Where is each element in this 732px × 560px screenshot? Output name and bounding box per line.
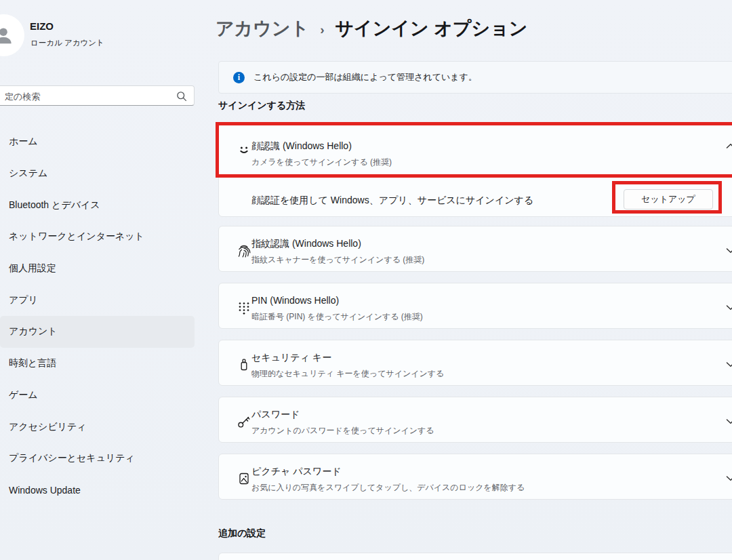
sidebar-item-label: 個人用設定 — [9, 262, 56, 275]
search-input[interactable] — [3, 86, 162, 106]
card-title: ピクチャ パスワード — [251, 466, 342, 478]
card-subtitle: カメラを使ってサインインする (推奨) — [251, 157, 392, 168]
breadcrumb-accounts[interactable]: アカウント — [216, 16, 309, 41]
sidebar-item-label: Windows Update — [9, 485, 81, 496]
section-sign-in-methods: サインインする方法 — [218, 100, 305, 112]
banner-text: これらの設定の一部は組織によって管理されています。 — [253, 71, 477, 83]
security-key-icon — [237, 357, 251, 372]
chevron-up-icon[interactable] — [726, 143, 732, 149]
card-title: セキュリティ キー — [251, 352, 331, 364]
security-key-card[interactable]: セキュリティ キー 物理的なセキュリティ キーを使ってサインインする — [218, 340, 732, 386]
setup-button[interactable]: セットアップ — [624, 189, 713, 209]
sidebar-item-label: プライバシーとセキュリティ — [9, 452, 135, 464]
sidebar-item-label: ゲーム — [9, 389, 38, 401]
sidebar-item-personalization[interactable]: 個人用設定 — [0, 253, 195, 285]
sidebar-item-windows-update[interactable]: Windows Update — [0, 475, 195, 506]
account-type-label: ローカル アカウント — [30, 38, 104, 48]
section-additional-settings: 追加の設定 — [218, 527, 266, 540]
search-icon[interactable] — [176, 90, 188, 102]
additional-settings-card[interactable] — [218, 553, 732, 560]
card-subtitle: アカウントのパスワードを使ってサインインする — [251, 425, 434, 437]
sidebar-item-label: アカウント — [9, 325, 58, 338]
sidebar-item-bluetooth-devices[interactable]: Bluetooth とデバイス — [0, 189, 195, 221]
fingerprint-icon — [237, 243, 251, 258]
page-title: サインイン オプション — [336, 16, 528, 41]
sidebar-item-label: システム — [9, 167, 47, 180]
picture-icon — [237, 471, 251, 486]
sidebar-item-home[interactable]: ホーム — [0, 126, 195, 158]
chevron-down-icon[interactable] — [726, 475, 732, 481]
face-icon — [237, 142, 251, 157]
breadcrumb-separator: › — [320, 22, 324, 37]
sidebar-item-label: アクセシビリティ — [9, 421, 87, 433]
breadcrumb: アカウント › サインイン オプション — [216, 16, 527, 41]
info-icon: i — [233, 72, 245, 83]
detail-text: 顔認証を使用して Windows、アプリ、サービスにサインインする — [251, 195, 533, 207]
sidebar-item-label: アプリ — [9, 294, 38, 306]
key-icon — [237, 414, 251, 429]
pin-card[interactable]: PIN (Windows Hello) 暗証番号 (PIN) を使ってサインイン… — [218, 283, 732, 329]
sidebar-item-label: Bluetooth とデバイス — [9, 199, 100, 212]
fingerprint-card[interactable]: 指紋認識 (Windows Hello) 指紋スキャナーを使ってサインインする … — [218, 226, 732, 272]
person-icon — [0, 24, 15, 47]
password-card[interactable]: パスワード アカウントのパスワードを使ってサインインする — [218, 397, 732, 443]
user-avatar[interactable] — [0, 14, 24, 56]
settings-sidebar: ホーム システム Bluetooth とデバイス ネットワークとインターネット … — [0, 126, 195, 506]
card-title: 顔認識 (Windows Hello) — [251, 140, 352, 153]
card-subtitle: 暗証番号 (PIN) を使ってサインインする (推奨) — [251, 311, 423, 323]
card-subtitle: 物理的なセキュリティ キーを使ってサインインする — [251, 368, 444, 380]
card-title: PIN (Windows Hello) — [251, 295, 339, 306]
sidebar-item-accounts[interactable]: アカウント — [0, 316, 195, 348]
face-recognition-card[interactable]: 顔認識 (Windows Hello) カメラを使ってサインインする (推奨) … — [218, 123, 732, 217]
card-subtitle: 指紋スキャナーを使ってサインインする (推奨) — [251, 254, 424, 266]
sidebar-item-accessibility[interactable]: アクセシビリティ — [0, 411, 195, 443]
managed-settings-banner: i これらの設定の一部は組織によって管理されています。 — [218, 61, 732, 94]
card-subtitle: お気に入りの写真をスワイプしてタップし、デバイスのロックを解除する — [251, 482, 525, 494]
user-name: EIZO — [30, 20, 54, 32]
sidebar-item-label: ネットワークとインターネット — [9, 231, 144, 243]
sidebar-item-time-language[interactable]: 時刻と言語 — [0, 348, 195, 380]
face-recognition-detail-row: 顔認証を使用して Windows、アプリ、サービスにサインインする セットアップ — [219, 176, 732, 216]
sidebar-item-network-internet[interactable]: ネットワークとインターネット — [0, 221, 195, 253]
sidebar-item-privacy-security[interactable]: プライバシーとセキュリティ — [0, 443, 195, 475]
card-title: パスワード — [251, 409, 300, 421]
sidebar-item-gaming[interactable]: ゲーム — [0, 380, 195, 412]
sidebar-item-system[interactable]: システム — [0, 158, 195, 190]
picture-password-card[interactable]: ピクチャ パスワード お気に入りの写真をスワイプしてタップし、デバイスのロックを… — [218, 454, 732, 500]
sidebar-item-apps[interactable]: アプリ — [0, 284, 195, 316]
chevron-down-icon[interactable] — [726, 304, 732, 311]
card-title: 指紋認識 (Windows Hello) — [251, 238, 361, 250]
chevron-down-icon[interactable] — [726, 247, 732, 254]
sidebar-item-label: ホーム — [9, 136, 38, 148]
chevron-down-icon[interactable] — [726, 361, 732, 367]
settings-search-box[interactable] — [0, 85, 195, 106]
chevron-down-icon[interactable] — [726, 418, 732, 424]
sidebar-item-label: 時刻と言語 — [9, 357, 56, 369]
pin-pad-icon — [237, 300, 251, 315]
